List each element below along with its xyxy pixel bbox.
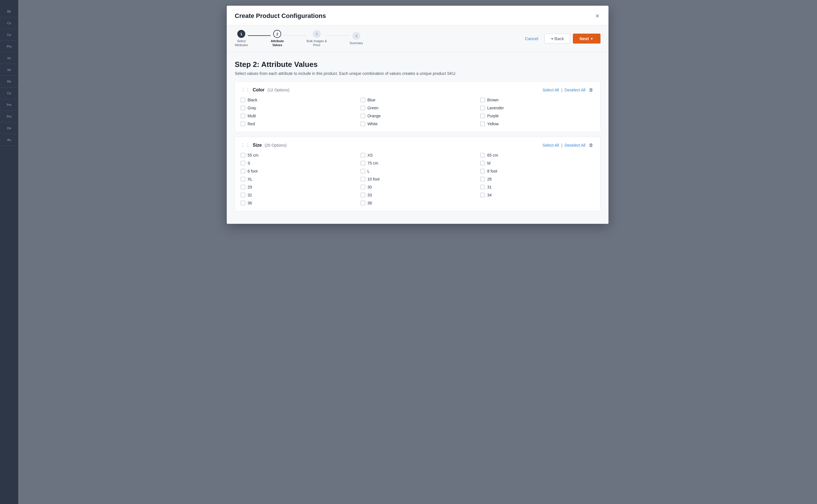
option-checkbox-red[interactable] <box>241 122 245 126</box>
option-checkbox-l[interactable] <box>360 169 365 173</box>
option-checkbox-34[interactable] <box>480 193 485 197</box>
option-item: XS <box>360 153 475 157</box>
option-label[interactable]: 30 <box>367 185 372 189</box>
option-label[interactable]: 34 <box>487 193 492 197</box>
option-checkbox-gray[interactable] <box>241 106 245 110</box>
drag-handle-icon[interactable]: ⋮⋮ <box>241 142 250 148</box>
option-checkbox-10-foot[interactable] <box>360 177 365 181</box>
option-checkbox-6-foot[interactable] <box>241 169 245 173</box>
option-label[interactable]: 31 <box>487 185 492 189</box>
option-label[interactable]: Orange <box>367 114 381 118</box>
option-checkbox-white[interactable] <box>360 122 365 126</box>
select-all-link[interactable]: Select All <box>543 143 559 147</box>
option-label[interactable]: Multi <box>247 114 256 118</box>
step-connector-1-2 <box>248 35 271 36</box>
option-label[interactable]: 6 foot <box>247 169 257 173</box>
option-label[interactable]: Yellow <box>487 122 499 126</box>
sidebar-nav-item[interactable]: Co <box>0 29 18 41</box>
option-checkbox-blue[interactable] <box>360 98 365 102</box>
option-label[interactable]: 75 cm <box>367 161 378 165</box>
option-checkbox-black[interactable] <box>241 98 245 102</box>
option-label[interactable]: Red <box>247 122 255 126</box>
option-checkbox-orange[interactable] <box>360 114 365 118</box>
option-checkbox-75-cm[interactable] <box>360 161 365 165</box>
attribute-header-left: ⋮⋮Size (20 Options) <box>241 142 286 148</box>
option-checkbox-29[interactable] <box>241 185 245 189</box>
drag-handle-icon[interactable]: ⋮⋮ <box>241 87 250 93</box>
attribute-header-color: ⋮⋮Color (12 Options)Select All | Deselec… <box>241 87 595 93</box>
options-grid: 55 cmXS65 cmS75 cmM6 footL8 footXL10 foo… <box>241 153 595 205</box>
option-label[interactable]: 8 foot <box>487 169 497 173</box>
option-checkbox-purple[interactable] <box>480 114 485 118</box>
option-label[interactable]: 29 <box>247 185 252 189</box>
option-label[interactable]: Purple <box>487 114 499 118</box>
option-label[interactable]: Green <box>367 106 378 110</box>
option-label[interactable]: XS <box>367 153 373 157</box>
sidebar-nav-item[interactable]: Pro <box>0 41 18 52</box>
sidebar-nav-item[interactable]: Cu <box>0 87 18 99</box>
option-item: L <box>360 169 475 173</box>
step-1-label: SelectAttributes <box>235 39 248 47</box>
close-button[interactable]: × <box>594 11 601 21</box>
option-checkbox-8-foot[interactable] <box>480 169 485 173</box>
option-label[interactable]: Blue <box>367 98 375 102</box>
option-checkbox-green[interactable] <box>360 106 365 110</box>
option-label[interactable]: Gray <box>247 106 256 110</box>
cancel-button[interactable]: Cancel <box>522 34 542 43</box>
option-label[interactable]: Black <box>247 98 257 102</box>
sidebar-nav-item[interactable]: Co <box>0 17 18 29</box>
option-label[interactable]: 32 <box>247 193 252 197</box>
option-label[interactable]: White <box>367 122 378 126</box>
option-label[interactable]: 36 <box>247 201 252 205</box>
option-checkbox-31[interactable] <box>480 185 485 189</box>
sidebar-nav-item[interactable]: Im <box>0 52 18 64</box>
sidebar-nav-item[interactable]: Pro <box>0 111 18 122</box>
step-3-label: Bulk Images &Price <box>306 39 327 47</box>
option-checkbox-36[interactable] <box>241 201 245 205</box>
option-checkbox-55-cm[interactable] <box>241 153 245 157</box>
attribute-header-right: Select All | Deselect All🗑 <box>543 142 595 148</box>
option-checkbox-32[interactable] <box>241 193 245 197</box>
option-label[interactable]: 65 cm <box>487 153 498 157</box>
delete-attribute-button[interactable]: 🗑 <box>588 142 595 148</box>
sidebar-nav-item[interactable]: Be <box>0 6 18 17</box>
option-checkbox-28[interactable] <box>480 177 485 181</box>
option-checkbox-33[interactable] <box>360 193 365 197</box>
option-checkbox-30[interactable] <box>360 185 365 189</box>
option-label[interactable]: 10 foot <box>367 177 380 181</box>
sidebar-nav-item[interactable]: Re <box>0 76 18 87</box>
step-heading: Step 2: Attribute Values <box>235 60 601 69</box>
option-label[interactable]: 28 <box>487 177 492 181</box>
option-checkbox-m[interactable] <box>480 161 485 165</box>
option-label[interactable]: S <box>247 161 250 165</box>
sidebar-nav-item[interactable]: Se <box>0 64 18 76</box>
option-checkbox-multi[interactable] <box>241 114 245 118</box>
sidebar-nav-item[interactable]: Pro <box>0 99 18 111</box>
next-button[interactable]: Next <box>573 34 601 44</box>
sidebar-nav-item[interactable]: Au <box>0 134 18 146</box>
option-checkbox-38[interactable] <box>360 201 365 205</box>
deselect-all-link[interactable]: Deselect All <box>565 143 585 147</box>
back-button[interactable]: Back <box>544 34 570 44</box>
sidebar-nav-item[interactable]: De <box>0 122 18 134</box>
option-label[interactable]: Brown <box>487 98 499 102</box>
deselect-all-link[interactable]: Deselect All <box>565 88 585 92</box>
option-checkbox-lavender[interactable] <box>480 106 485 110</box>
option-label[interactable]: M <box>487 161 491 165</box>
option-checkbox-yellow[interactable] <box>480 122 485 126</box>
delete-attribute-button[interactable]: 🗑 <box>588 87 595 93</box>
option-label[interactable]: 33 <box>367 193 372 197</box>
option-label[interactable]: 55 cm <box>247 153 258 157</box>
option-checkbox-brown[interactable] <box>480 98 485 102</box>
option-label[interactable]: XL <box>247 177 252 181</box>
option-checkbox-s[interactable] <box>241 161 245 165</box>
option-label[interactable]: 38 <box>367 201 372 205</box>
option-label[interactable]: Lavender <box>487 106 504 110</box>
select-all-link[interactable]: Select All <box>543 88 559 92</box>
option-checkbox-65-cm[interactable] <box>480 153 485 157</box>
option-checkbox-xs[interactable] <box>360 153 365 157</box>
attributes-container: ⋮⋮Color (12 Options)Select All | Deselec… <box>235 81 601 211</box>
option-label[interactable]: L <box>367 169 370 173</box>
attribute-section-color: ⋮⋮Color (12 Options)Select All | Deselec… <box>235 81 601 132</box>
option-checkbox-xl[interactable] <box>241 177 245 181</box>
